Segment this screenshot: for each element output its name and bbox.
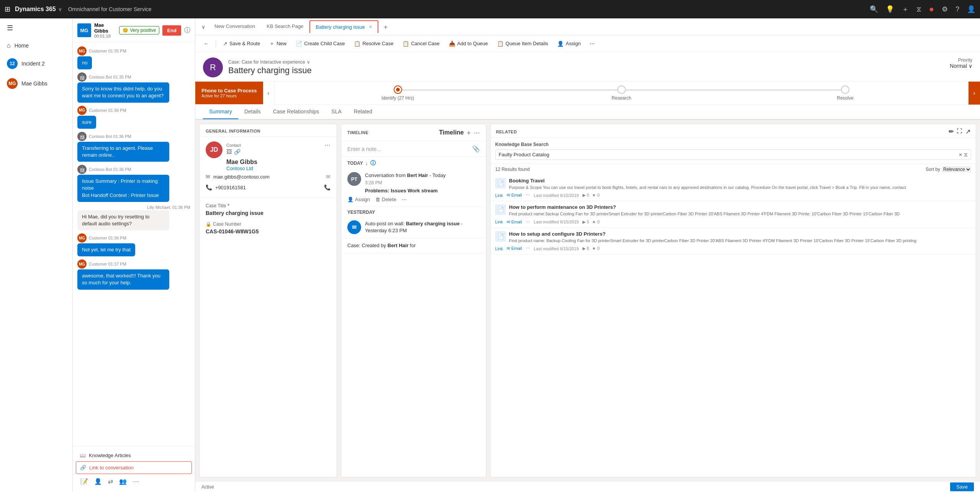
search-icon[interactable]: 🔍 (870, 5, 878, 13)
kb-search-input[interactable] (499, 152, 959, 157)
tab-related[interactable]: Related (348, 105, 378, 119)
grid-icon[interactable]: ⊞ (5, 5, 10, 13)
person-icon[interactable]: 👤 (93, 476, 103, 487)
tab-battery-case[interactable]: Battery charging issue ✕ (309, 20, 378, 33)
child-case-icon: 📄 (296, 41, 302, 47)
help-icon[interactable]: ? (955, 5, 959, 13)
kb-article-header-2: 📄 How to perform maintenance on 3D Print… (495, 204, 971, 217)
kb-search-clear-btn[interactable]: ✕ (959, 152, 962, 157)
assign-btn[interactable]: 👤 Assign (553, 38, 584, 49)
chat-message-5: 🤖 Contoso Bot 01:36 PM Issue Summary : P… (77, 165, 190, 202)
kb-article-email-2[interactable]: ✉ Email (507, 220, 522, 225)
kb-article-content-2: How to perform maintenance on 3D Printer… (509, 204, 971, 217)
queue-item-details-btn[interactable]: 📋 Queue Item Details (493, 38, 552, 49)
timeline-add-icon[interactable]: ＋ (465, 128, 472, 137)
kb-search-filter-icon[interactable]: ⧖ (964, 151, 968, 158)
kb-article-footer-3: Link ✉ Email ⋯ Last modified 6/15/2019 ▶… (495, 246, 971, 251)
priority-chevron[interactable]: ∨ (969, 63, 972, 69)
timeline-assign-btn[interactable]: 👤 Assign (347, 197, 370, 202)
tab-add-icon[interactable]: ＋ (379, 19, 392, 34)
timeline-item-title-3: Case: Created by Bert Hair for (347, 242, 480, 249)
timeline-today-info[interactable]: ⓘ (370, 160, 376, 167)
tab-sla[interactable]: SLA (325, 105, 347, 119)
kb-article-content-1: Booking Travel Purpose & Scope You can u… (509, 178, 971, 190)
contact-menu-icon[interactable]: ⋯ (324, 141, 330, 149)
tab-kb-search[interactable]: KB Search Page (261, 20, 309, 33)
add-to-queue-btn[interactable]: 📥 Add to Queue (445, 38, 492, 49)
save-button[interactable]: Save (950, 482, 974, 491)
plus-icon[interactable]: ＋ (902, 5, 909, 14)
tab-details[interactable]: Details (238, 105, 267, 119)
kb-article-email-1[interactable]: ✉ Email (507, 193, 522, 198)
sidebar-item-incident[interactable]: 12 Incident 2 (0, 54, 72, 74)
knowledge-articles-btn[interactable]: 📖 Knowledge Articles (76, 449, 192, 461)
kb-article-desc-3: Find product name: Backup Cooling Fan fo… (509, 238, 971, 244)
kb-article-more-1[interactable]: ⋯ (526, 193, 530, 198)
create-child-case-btn[interactable]: 📄 Create Child Case (292, 38, 348, 49)
back-btn[interactable]: ← (200, 38, 213, 49)
tab-new-conversation[interactable]: New Conversation (209, 20, 260, 33)
more-icon[interactable]: ⋯ (131, 476, 141, 487)
related-edit-icon[interactable]: ✏ (949, 128, 954, 135)
sidebar-item-maegibbs[interactable]: MG Mae Gibbs (0, 74, 72, 93)
new-btn[interactable]: ＋ New (265, 38, 290, 49)
process-step-identify[interactable]: Identify (27 Hrs) (286, 85, 510, 101)
kb-article-link-1[interactable]: Link (495, 193, 503, 198)
process-next-btn[interactable]: › (969, 82, 980, 105)
email-action-icon[interactable]: ✉ (326, 174, 330, 180)
attachment-icon[interactable]: 📎 (472, 145, 480, 153)
new-icon: ＋ (269, 40, 275, 47)
tab-close-icon[interactable]: ✕ (369, 25, 372, 30)
general-info-header: GENERAL INFORMATION (200, 124, 337, 137)
process-prev-btn[interactable]: ‹ (263, 82, 275, 105)
filter-icon[interactable]: ⧖ (916, 5, 921, 13)
timeline-delete-btn[interactable]: 🗑 Delete (375, 197, 396, 202)
link-conversation-btn[interactable]: 🔗 Link to conversation (76, 461, 192, 474)
cancel-case-btn[interactable]: 📋 Cancel Case (399, 38, 443, 49)
timeline-more-icon[interactable]: ⋯ (474, 129, 480, 136)
timeline-note-input: Enter a note... 📎 (341, 141, 486, 157)
group-icon[interactable]: 👥 (118, 476, 128, 487)
contact-phone-row: 📞 +9019161581 📞 (206, 182, 330, 193)
chat-info-icon[interactable]: ⓘ (184, 26, 190, 34)
timeline-item-content: Conversation from Bert Hair - Today 3:28… (365, 172, 480, 194)
lightbulb-icon[interactable]: 💡 (886, 5, 894, 13)
process-step-resolve[interactable]: Resolve (733, 85, 957, 101)
kb-article-link-3[interactable]: Link (495, 246, 503, 251)
process-step-research[interactable]: Research (510, 85, 733, 101)
related-collapse-icon[interactable]: ↗ (965, 128, 971, 135)
user-icon[interactable]: 👤 (967, 5, 975, 13)
tab-dropdown-icon[interactable]: ∨ (198, 21, 208, 33)
kb-article-email-3[interactable]: ✉ Email (507, 246, 522, 251)
kb-article-more-3[interactable]: ⋯ (526, 246, 530, 251)
msg-avatar: 🤖 (77, 132, 87, 141)
tab-case-relationships[interactable]: Case Relationships (267, 105, 326, 119)
status-icon[interactable]: ● (929, 4, 934, 14)
chat-timer: 00:01:18 (94, 34, 116, 38)
sidebar-menu-icon[interactable]: ☰ (0, 18, 72, 38)
note-icon[interactable]: 📝 (79, 476, 90, 487)
kb-article-link-2[interactable]: Link (495, 220, 503, 224)
transfer-icon[interactable]: ⇄ (106, 476, 115, 487)
save-route-btn[interactable]: ↗ Save & Route (219, 38, 264, 49)
msg-bubble: no (77, 56, 92, 69)
timeline-today-sort[interactable]: ↓ (365, 160, 368, 166)
sidebar-item-home[interactable]: ⌂ Home (0, 38, 72, 54)
resolve-case-btn[interactable]: 📋 Resolve Case (350, 38, 397, 49)
end-button[interactable]: End (162, 25, 181, 36)
kb-article-header-1: 📄 Booking Travel Purpose & Scope You can… (495, 178, 971, 190)
contact-company[interactable]: Contoso Ltd (226, 166, 330, 171)
related-fullscreen-icon[interactable]: ⛶ (957, 128, 962, 135)
kb-article-more-2[interactable]: ⋯ (526, 220, 530, 225)
subtitle-chevron[interactable]: ∨ (307, 59, 310, 65)
timeline-item-title-2: Auto-post on wall: Battery charging issu… (365, 220, 480, 234)
kb-sort-select[interactable]: Relevance (942, 166, 971, 172)
timeline-more-btn[interactable]: ⋯ (402, 197, 407, 202)
phone-action-icon[interactable]: 📞 (324, 184, 330, 190)
tab-summary[interactable]: Summary (203, 105, 238, 119)
sidebar: ☰ ⌂ Home 12 Incident 2 MG Mae Gibbs (0, 18, 73, 492)
status-bar: Active Save (195, 481, 980, 492)
settings-icon[interactable]: ⚙ (942, 5, 948, 13)
more-commands-btn[interactable]: ⋯ (586, 38, 599, 49)
contact-link-icon[interactable]: 🔗 (234, 149, 241, 155)
